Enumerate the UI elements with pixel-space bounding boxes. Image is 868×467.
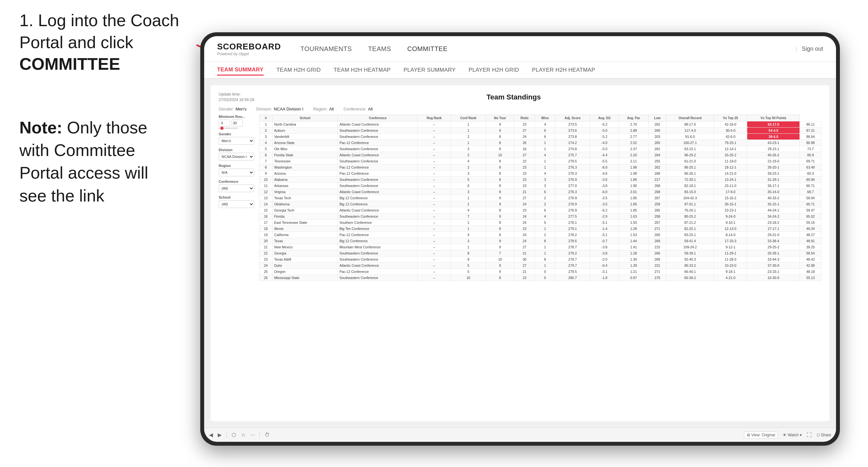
sub-nav-team-h2h-heatmap[interactable]: TEAM H2H HEATMAP [334,65,391,75]
table-row[interactable]: 2AuburnSoutheastern Conference–19276273.… [259,127,822,133]
region-select-filter: Region N/A East West [219,164,254,176]
toolbar-clock[interactable]: ⏱ [265,432,270,438]
division-filter-label: Division: [256,106,272,112]
sub-nav-player-summary[interactable]: PLAYER SUMMARY [403,65,456,75]
toolbar-bookmark[interactable]: ☆ [241,432,246,438]
division-select-filter: Division NCAA Division I NCAA Division I… [219,148,254,160]
col-adj-score: Adj. Score [555,115,590,121]
share-button[interactable]: ⬡ Share [817,433,831,437]
table-row[interactable]: 18IllinoisBig Ten Conference–18231279.1-… [259,225,822,231]
min-rounds-input-2[interactable] [231,120,243,127]
region-filter-label: Region: [313,106,328,112]
min-rounds-input-1[interactable] [219,120,230,127]
standings-table: # School Conference Reg Rank Conf Rank N… [259,115,822,281]
logo-sub: Powered by clippd [217,52,249,56]
standings-title: Team Standings [487,93,541,101]
table-row[interactable]: 21New MexicoMountain West Conference–192… [259,244,822,250]
app-header: SCOREBOARD Powered by clippd TOURNAMENTS… [204,36,836,62]
table-row[interactable]: 6Florida StateAtlantic Coast Conference–… [259,152,822,158]
sub-nav: TEAM SUMMARY TEAM H2H GRID TEAM H2H HEAT… [204,62,836,79]
update-time-value: 27/03/2024 16:56:26 [219,97,254,102]
nav-committee[interactable]: COMMITTEE [407,43,448,54]
division-select-label: Division [219,148,254,152]
min-rounds-inputs [219,120,254,127]
table-row[interactable]: 26Mississippi StateSoutheastern Conferen… [259,275,822,281]
nav-tournaments[interactable]: TOURNAMENTS [301,43,352,54]
table-row[interactable]: 22GeorgiaSoutheastern Conference–8721127… [259,250,822,256]
gender-filter-value: Men's [236,106,246,112]
table-row[interactable]: 3VanderbiltSoutheastern Conference–28246… [259,133,822,139]
logo-area: SCOREBOARD Powered by clippd [217,42,281,56]
gender-select[interactable]: Men's Women's [219,137,254,145]
table-row[interactable]: 13Texas TechBig 12 Conference–19272276.9… [259,195,822,201]
step-text-bold: COMMITTEE [20,55,120,73]
table-row[interactable]: 8WashingtonPac-12 Conference–28231276.3-… [259,164,822,170]
toolbar-share-icon[interactable]: ⬡ [231,432,236,438]
toolbar-forward[interactable]: ▶ [218,432,222,438]
school-select-filter: School (All) [219,195,254,208]
main-nav: TOURNAMENTS TEAMS COMMITTEE [301,43,777,54]
table-row[interactable]: 20TexasBig 12 Conference–39248278.6-0.71… [259,238,822,244]
nav-teams[interactable]: TEAMS [368,43,391,54]
table-row[interactable]: 16FloridaSoutheastern Conference–7924427… [259,213,822,219]
col-wins: Wins [535,115,555,121]
table-row[interactable]: 25OregonPac-12 Conference–59210279.5-3.1… [259,269,822,275]
table-row[interactable]: 15Georgia TechAtlantic Coast Conference–… [259,207,822,213]
division-select[interactable]: NCAA Division I NCAA Division II NCAA Di… [219,153,254,160]
step-text: 1. Log into the Coach Portal and click C… [20,10,200,75]
slider-thumb [220,127,223,130]
region-filter-display: Region: All [313,106,334,112]
sub-nav-team-h2h-grid[interactable]: TEAM H2H GRID [277,65,321,75]
table-row[interactable]: 17East Tennessee StateSouthern Conferenc… [259,219,822,225]
bottom-toolbar: ◀ ▶ ⬡ ☆ ··· ⏱ ⊞ View: Original 👁 Watch ▾… [204,428,836,442]
table-row[interactable]: 11ArkansasSoutheastern Conference–682332… [259,183,822,189]
sub-nav-player-h2h-heatmap[interactable]: PLAYER H2H HEATMAP [532,65,595,75]
toolbar-expand[interactable]: ⛶ [807,432,812,438]
gender-filter-display: Gender: Men's [219,106,246,112]
gender-filter-label: Gender: [219,106,234,112]
table-row[interactable]: 12VirginiaAtlantic Coast Conference–3821… [259,189,822,195]
sign-out-button[interactable]: Sign out [802,45,823,52]
table-row[interactable]: 10AlabamaSoutheastern Conference–5823327… [259,176,822,183]
table-row[interactable]: 4Arizona StatePac-12 Conference–18261274… [259,139,822,146]
region-filter-value: All [329,106,334,112]
toolbar-back[interactable]: ◀ [209,432,213,438]
watch-button[interactable]: 👁 Watch ▾ [783,433,802,437]
col-no-tour: No Tour [486,115,514,121]
filter-row: Gender: Men's Division: NCAA Division I … [219,106,822,112]
table-row[interactable]: 7TennesseeSoutheastern Conference–482212… [259,158,822,164]
view-original-button[interactable]: ⊞ View: Original [744,432,778,439]
col-avg-sg: Avg. SG [590,115,619,121]
gender-select-label: Gender [219,132,254,136]
col-school: School [272,115,338,121]
conference-select-filter: Conference (All) [219,180,254,192]
step-text-prefix: 1. Log into the Coach Portal and click [20,11,179,52]
tablet-frame: SCOREBOARD Powered by clippd TOURNAMENTS… [200,32,840,446]
conference-select-label: Conference [219,180,254,183]
table-row[interactable]: 14OklahomaBig 12 Conference–29242276.9-3… [259,201,822,207]
table-row[interactable]: 1North CarolinaAtlantic Coast Conference… [259,121,822,127]
sub-nav-player-h2h-grid[interactable]: PLAYER H2H GRID [469,65,519,75]
table-row[interactable]: 19CaliforniaPac-12 Conference–48242278.2… [259,231,822,238]
sign-out-area: | Sign out [796,45,823,52]
table-row[interactable]: 24DukeAtlantic Coast Conference–59271279… [259,262,822,269]
table-layout: Minimum Rou... Gender [219,115,822,399]
logo-text: SCOREBOARD [217,42,281,52]
toolbar-more[interactable]: ··· [250,432,254,438]
conference-select[interactable]: (All) [219,184,254,192]
table-row[interactable]: 23Texas A&MSoutheastern Conference–91030… [259,256,822,262]
note-text: Note: Only those with Committee Portal a… [20,116,178,207]
col-rnds: Rnds [514,115,535,121]
school-select-label: School [219,195,254,199]
gender-select-filter: Gender Men's Women's [219,132,254,145]
table-row[interactable]: 9ArizonaPac-12 Conference–38234276.3-4.6… [259,170,822,176]
min-rounds-label: Minimum Rou... [219,115,254,119]
region-select[interactable]: N/A East West [219,168,254,176]
update-time: Update time: 27/03/2024 16:56:26 [219,92,254,103]
min-rounds-slider[interactable] [219,128,238,129]
school-select[interactable]: (All) [219,200,254,208]
table-row[interactable]: 5Ole MissSoutheastern Conference–3816127… [259,146,822,152]
sub-nav-team-summary[interactable]: TEAM SUMMARY [217,65,264,75]
col-low: Low [648,115,666,121]
toolbar-divider-2 [259,432,260,438]
